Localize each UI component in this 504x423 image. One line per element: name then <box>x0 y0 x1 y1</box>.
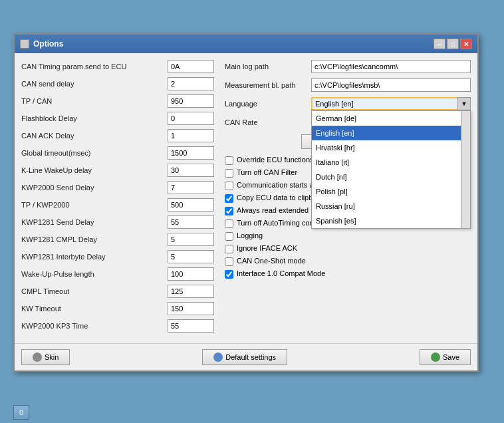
language-option[interactable]: Dutch [nl] <box>312 170 461 184</box>
field-input[interactable] <box>168 302 214 315</box>
checkbox-row: CAN One-Shot mode <box>225 257 471 266</box>
checkbox-label: Logging <box>237 231 263 239</box>
checkbox-input[interactable] <box>225 156 233 165</box>
save-button[interactable]: Save <box>420 349 471 365</box>
language-option[interactable]: German [de] <box>312 111 461 126</box>
field-label: KWP1281 Interbyte Delay <box>21 253 168 261</box>
checkbox-label: Ignore IFACE ACK <box>237 244 297 252</box>
minimize-button[interactable]: – <box>434 39 445 49</box>
field-input[interactable] <box>168 267 214 281</box>
checkbox-input[interactable] <box>225 169 233 178</box>
field-input[interactable] <box>168 164 214 177</box>
main-log-path-input[interactable] <box>311 60 471 73</box>
window-title: Options <box>33 39 63 49</box>
field-label: Wake-Up-Pulse length <box>21 270 168 278</box>
language-option[interactable]: Hrvatski [hr] <box>312 140 461 155</box>
field-input[interactable] <box>168 250 214 263</box>
field-row: CAN Timing param.send to ECU <box>21 60 214 73</box>
field-input[interactable] <box>168 285 214 298</box>
title-bar: Options – □ ✕ <box>15 35 477 53</box>
field-row: KWP2000 KP3 Time <box>21 319 214 333</box>
field-input[interactable] <box>168 94 214 108</box>
field-label: KWP2000 Send Delay <box>21 184 168 192</box>
language-selected[interactable]: English [en] <box>311 97 471 110</box>
language-option[interactable]: Spanish [es] <box>312 213 461 228</box>
main-log-path-row: Main log path <box>225 60 471 73</box>
field-row: CAN ACK Delay <box>21 129 214 142</box>
language-option[interactable]: English [en] <box>312 126 461 140</box>
field-label: CAN Timing param.send to ECU <box>21 63 168 70</box>
language-option[interactable]: Italiano [it] <box>312 155 461 170</box>
checkbox-row: Logging <box>225 231 471 241</box>
field-input[interactable] <box>168 319 214 333</box>
field-label: TP / CAN <box>21 97 168 105</box>
checkbox-label: Turn off CAN Filter <box>237 168 297 176</box>
left-panel: CAN Timing param.send to ECUCAN send del… <box>21 60 214 337</box>
field-row: Flashblock Delay <box>21 112 214 125</box>
measurement-bl-path-input[interactable] <box>311 78 471 92</box>
checkbox-label: Always read extended info <box>237 206 322 214</box>
field-row: KWP1281 Send Delay <box>21 215 214 229</box>
checkbox-label: Override ECU functions <box>237 156 314 164</box>
field-label: TP / KWP2000 <box>21 201 168 209</box>
field-input[interactable] <box>168 146 214 160</box>
measurement-bl-path-label: Measurement bl. path <box>225 81 311 89</box>
right-panel: Main log path Measurement bl. path Langu… <box>225 60 471 337</box>
checkbox-input[interactable] <box>225 194 233 203</box>
field-row: KWP2000 Send Delay <box>21 181 214 194</box>
language-scrollbar[interactable] <box>461 111 470 228</box>
field-label: KWP1281 Send Delay <box>21 218 168 226</box>
taskbar-item[interactable]: 0 <box>13 405 29 420</box>
field-row: KW Timeout <box>21 302 214 315</box>
default-icon <box>213 352 223 362</box>
checkbox-row: Interface 1.0 Compat Mode <box>225 269 471 279</box>
language-label: Language <box>225 100 311 108</box>
skin-icon <box>33 352 42 362</box>
checkbox-input[interactable] <box>225 207 233 215</box>
field-row: CAN send delay <box>21 77 214 90</box>
maximize-button[interactable]: □ <box>447 39 459 49</box>
field-label: Global timeout(msec) <box>21 149 168 157</box>
checkbox-input[interactable] <box>225 245 233 253</box>
measurement-bl-path-row: Measurement bl. path <box>225 78 471 92</box>
language-option[interactable]: Polish [pl] <box>312 184 461 199</box>
language-select-wrapper: English [en] ▼ German [de]English [en]Hr… <box>311 97 471 110</box>
field-label: Flashblock Delay <box>21 114 168 122</box>
field-label: K-Line WakeUp delay <box>21 166 168 174</box>
language-option[interactable]: Russian [ru] <box>312 199 461 213</box>
field-row: TP / CAN <box>21 94 214 108</box>
close-button[interactable]: ✕ <box>460 39 472 49</box>
field-label: CMPL Timeout <box>21 287 168 295</box>
field-input[interactable] <box>168 129 214 142</box>
checkbox-input[interactable] <box>225 270 233 279</box>
field-label: KW Timeout <box>21 305 168 313</box>
checkbox-label: Interface 1.0 Compat Mode <box>237 269 325 277</box>
options-window: Options – □ ✕ CAN Timing param.send to E… <box>13 33 479 372</box>
language-dropdown: German [de]English [en]Hrvatski [hr]Ital… <box>311 110 471 229</box>
skin-button[interactable]: Skin <box>21 349 70 365</box>
field-row: K-Line WakeUp delay <box>21 164 214 177</box>
bottom-bar: Skin Default settings Save <box>15 343 477 370</box>
field-row: KWP1281 CMPL Delay <box>21 233 214 246</box>
field-input[interactable] <box>168 233 214 246</box>
field-input[interactable] <box>168 77 214 90</box>
default-settings-button[interactable]: Default settings <box>202 349 287 365</box>
checkbox-input[interactable] <box>225 232 233 241</box>
field-row: Global timeout(msec) <box>21 146 214 160</box>
checkbox-label: CAN One-Shot mode <box>237 257 306 265</box>
field-input[interactable] <box>168 181 214 194</box>
checkbox-input[interactable] <box>225 257 233 266</box>
field-input[interactable] <box>168 215 214 229</box>
field-input[interactable] <box>168 112 214 125</box>
checkbox-row: Ignore IFACE ACK <box>225 244 471 253</box>
checkbox-input[interactable] <box>225 182 233 190</box>
window-content: CAN Timing param.send to ECUCAN send del… <box>15 53 477 343</box>
field-input[interactable] <box>168 60 214 73</box>
language-row: Language English [en] ▼ German [de]Engli… <box>225 97 471 110</box>
main-log-path-label: Main log path <box>225 63 311 70</box>
field-input[interactable] <box>168 198 214 212</box>
field-row: TP / KWP2000 <box>21 198 214 212</box>
checkbox-input[interactable] <box>225 219 233 228</box>
save-icon <box>431 352 440 362</box>
language-dropdown-button[interactable]: ▼ <box>457 97 471 110</box>
